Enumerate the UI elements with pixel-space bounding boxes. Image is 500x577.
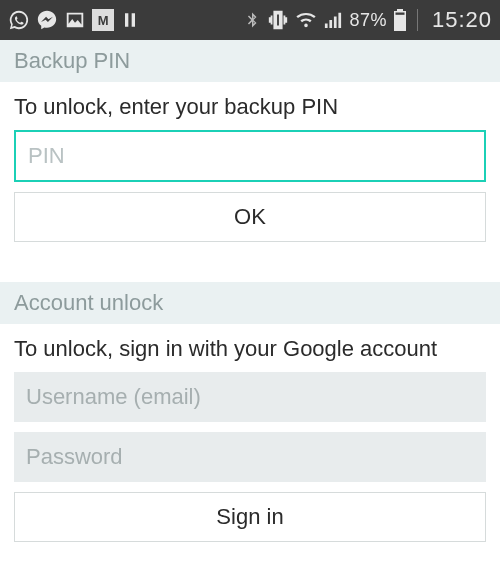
status-clock: 15:20 [432,7,492,33]
status-divider [417,9,418,31]
username-input[interactable] [14,372,486,422]
whatsapp-icon [8,9,30,31]
wifi-icon [295,11,317,29]
svg-rect-1 [395,13,404,15]
status-left-icons: M [8,9,140,31]
svg-rect-0 [395,14,404,30]
password-input[interactable] [14,432,486,482]
status-bar: M 87% 15:20 [0,0,500,40]
section-spacer [0,258,500,282]
ok-button[interactable]: OK [14,192,486,242]
backup-pin-prompt: To unlock, enter your backup PIN [0,82,500,130]
pause-icon [120,10,140,30]
battery-icon [393,9,407,31]
messenger-icon [36,9,58,31]
bluetooth-icon [243,10,261,30]
signal-icon [323,11,343,29]
account-unlock-header: Account unlock [0,282,500,324]
status-right-icons: 87% 15:20 [243,7,492,33]
picture-icon [64,9,86,31]
pin-input[interactable] [14,130,486,182]
sign-in-button[interactable]: Sign in [14,492,486,542]
battery-percentage: 87% [349,10,387,31]
account-unlock-prompt: To unlock, sign in with your Google acco… [0,324,500,372]
vibrate-icon [267,9,289,31]
backup-pin-header: Backup PIN [0,40,500,82]
gmail-icon: M [92,9,114,31]
